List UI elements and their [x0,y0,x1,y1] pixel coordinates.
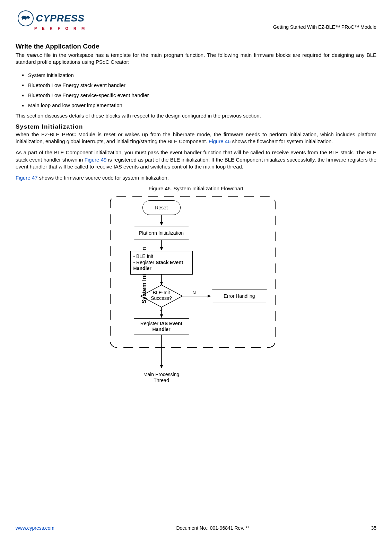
section-intro: The main.c file in the workspace has a t… [16,52,376,66]
page-header: CYPRESS P E R F O R M Getting Started Wi… [16,10,376,32]
requirements-list: System initialization Bluetooth Low Ener… [16,70,376,110]
list-item: System initialization [27,70,376,80]
section-title: Write the Application Code [16,43,376,50]
text: - Register [133,260,156,265]
flow-box-main-thread: Main Processing Thread [134,369,189,386]
doc-title: Getting Started With EZ-BLE™ PRoC™ Modul… [273,24,376,31]
section-after-list: This section discusses details of these … [16,112,376,119]
subsection-title: System Initialization [16,123,376,130]
flow-decision-ble-success: BLE-Init Success? [144,290,179,301]
logo-globe-icon [18,10,34,26]
flow-box-ble-init: - BLE Init - Register Stack Event Handle… [130,251,193,275]
subsection-p2: As a part of the BLE Component initializ… [16,149,376,170]
logo: CYPRESS P E R F O R M [16,10,87,31]
figure-caption: Figure 46. System Initialization Flowcha… [16,185,376,191]
flowchart: System Initialization Reset Platform Ini… [110,196,283,407]
text: file in the workspace has a template for… [16,52,376,65]
flow-terminator-reset: Reset [142,200,181,215]
filename: main.c [27,52,42,58]
flow-box-error-handling: Error Handling [212,289,267,303]
figure-ref[interactable]: Figure 47 [16,175,37,181]
subsection-p3: Figure 47 shows the firmware source code… [16,174,376,181]
figure-ref[interactable]: Figure 46 [209,138,230,144]
flow-box-platform-init: Platform Initialization [134,226,189,240]
footer-docno: Document No.: 001-96841 Rev. ** [176,525,249,531]
flow-label-yes: Y [160,309,163,314]
text: Register [140,321,160,326]
subsection-p1: When the EZ-BLE PRoC Module is reset or … [16,131,376,145]
list-item: Bluetooth Low Energy service-specific ev… [27,90,376,100]
flow-box-register-ias: Register IAS Event Handler [134,318,189,335]
list-item: Bluetooth Low Energy stack event handler [27,80,376,90]
brand-name: CYPRESS [36,13,85,24]
flow-label-no: N [193,290,196,295]
text: The [16,52,27,58]
text: shows the firmware source code for syste… [37,175,168,181]
text: - Register Stack Event Handler [133,260,190,272]
figure-ref[interactable]: Figure 49 [85,157,107,163]
brand-tagline: P E R F O R M [34,26,87,31]
text: - BLE Init [133,253,190,260]
footer-url[interactable]: www.cypress.com [16,525,54,531]
list-item: Main loop and low power implementation [27,100,376,110]
page-footer: www.cypress.com Document No.: 001-96841 … [16,523,376,531]
footer-page: 35 [371,525,376,531]
text: shows the flowchart for system initializ… [230,138,333,144]
